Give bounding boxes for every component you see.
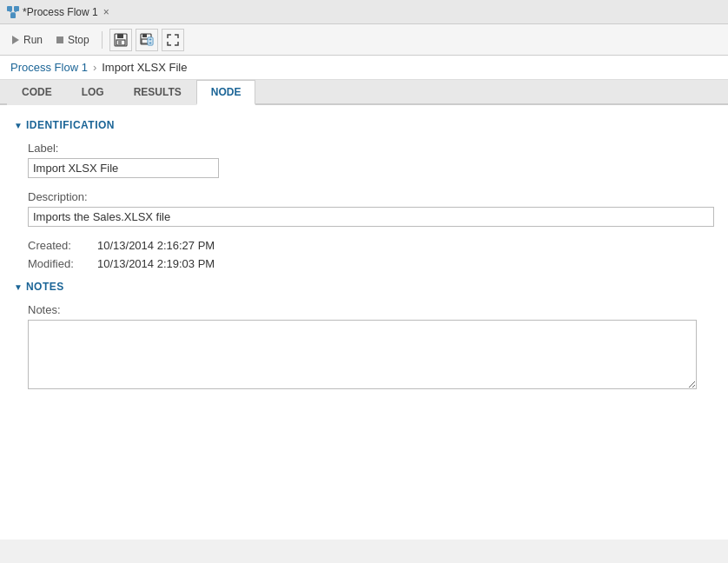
- description-input[interactable]: [28, 207, 714, 227]
- identification-collapse-icon[interactable]: ▼: [14, 121, 23, 130]
- breadcrumb-root[interactable]: Process Flow 1: [10, 61, 88, 74]
- close-button[interactable]: ×: [103, 6, 109, 18]
- expand-button[interactable]: [162, 29, 184, 51]
- svg-rect-2: [10, 13, 16, 18]
- run-label: Run: [23, 34, 43, 46]
- svg-line-4: [13, 11, 17, 13]
- save-as-icon: [140, 33, 154, 47]
- svg-rect-8: [118, 41, 122, 44]
- modified-label: Modified:: [28, 257, 97, 270]
- tabs-bar: CODE LOG RESULTS NODE: [0, 80, 728, 105]
- notes-textarea[interactable]: [28, 320, 697, 389]
- stop-button[interactable]: Stop: [51, 32, 95, 48]
- breadcrumb-current: Import XLSX File: [102, 61, 187, 74]
- svg-rect-0: [7, 6, 12, 11]
- tab-results[interactable]: RESULTS: [119, 80, 196, 105]
- tab-code[interactable]: CODE: [7, 80, 67, 105]
- stop-icon: [56, 36, 63, 43]
- main-content: ▼ IDENTIFICATION Label: Description: Cre…: [0, 105, 728, 540]
- identification-section-header: ▼ IDENTIFICATION: [14, 119, 714, 131]
- tab-log[interactable]: LOG: [67, 80, 119, 105]
- process-flow-icon: [7, 6, 19, 18]
- label-field-group: Label:: [28, 142, 714, 178]
- tab-node[interactable]: NODE: [196, 80, 256, 105]
- run-button[interactable]: Run: [7, 32, 48, 48]
- toolbar-separator: [102, 31, 103, 49]
- label-field-label: Label:: [28, 142, 714, 155]
- svg-rect-6: [117, 34, 123, 38]
- svg-rect-1: [14, 6, 19, 11]
- notes-field-label: Notes:: [28, 303, 714, 316]
- svg-line-3: [10, 11, 13, 13]
- notes-collapse-icon[interactable]: ▼: [14, 282, 23, 292]
- breadcrumb: Process Flow 1 › Import XLSX File: [0, 56, 728, 80]
- identification-section-title: IDENTIFICATION: [26, 119, 115, 131]
- created-row: Created: 10/13/2014 2:16:27 PM: [28, 239, 714, 252]
- stop-label: Stop: [68, 34, 89, 46]
- notes-section-header: ▼ NOTES: [14, 281, 714, 293]
- play-icon: [12, 36, 19, 44]
- modified-value: 10/13/2014 2:19:03 PM: [97, 257, 215, 270]
- modified-row: Modified: 10/13/2014 2:19:03 PM: [28, 257, 714, 270]
- breadcrumb-separator: ›: [93, 61, 96, 74]
- description-field-group: Description:: [28, 190, 714, 227]
- created-label: Created:: [28, 239, 97, 252]
- notes-field-group: Notes:: [28, 303, 714, 392]
- save-icon: [114, 33, 128, 47]
- description-field-label: Description:: [28, 190, 714, 203]
- toolbar: Run Stop: [0, 24, 728, 56]
- expand-icon: [166, 33, 180, 47]
- svg-rect-10: [142, 34, 147, 37]
- notes-section-title: NOTES: [26, 281, 64, 293]
- title-bar: *Process Flow 1 ×: [0, 0, 728, 24]
- label-input[interactable]: [28, 158, 219, 178]
- save-as-button[interactable]: [136, 29, 158, 51]
- created-value: 10/13/2014 2:16:27 PM: [97, 239, 215, 252]
- save-button[interactable]: [109, 29, 132, 51]
- title-bar-text: *Process Flow 1: [23, 6, 98, 18]
